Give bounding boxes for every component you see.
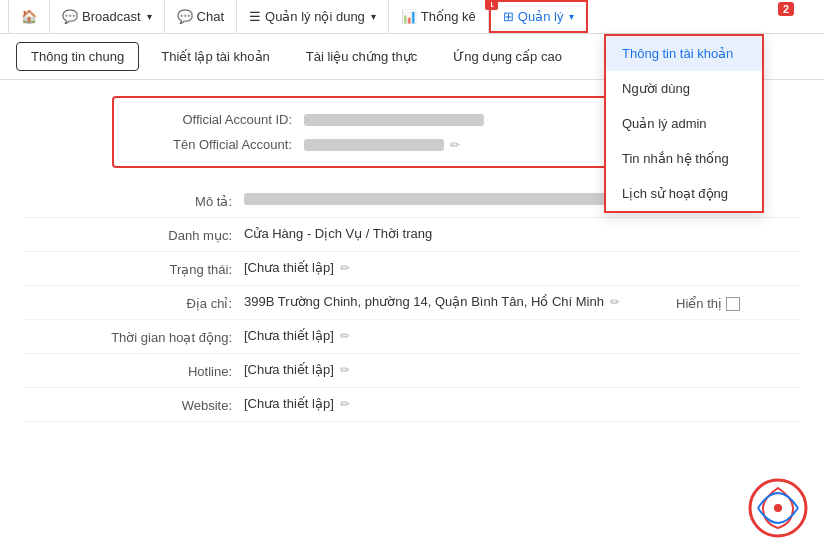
svg-point-1 [774, 504, 782, 512]
hotline-label: Hotline: [24, 362, 244, 379]
website-edit[interactable]: ✏ [340, 397, 350, 411]
trangthai-value: [Chưa thiết lập] ✏ [244, 260, 800, 275]
account-name-label: Tên Official Account: [134, 137, 304, 152]
dropdown-activity[interactable]: Lịch sử hoạt động [606, 176, 762, 211]
header: 🏠 💬 Broadcast ▾ 💬 Chat ☰ Quản lý nội dun… [0, 0, 824, 34]
account-id-blurred [304, 114, 484, 126]
manage-arrow: ▾ [569, 11, 574, 22]
detail-website: Website: [Chưa thiết lập] ✏ [24, 388, 800, 422]
danhmuc-value: Cửa Hàng - Dịch Vụ / Thời trang [244, 226, 800, 241]
detail-danhmuc: Danh mục: Cửa Hàng - Dịch Vụ / Thời tran… [24, 218, 800, 252]
stats-label: Thống kê [421, 9, 476, 24]
thoigian-label: Thời gian hoạt động: [24, 328, 244, 345]
content-menu[interactable]: ☰ Quản lý nội dung ▾ [237, 0, 389, 33]
thoigian-value: [Chưa thiết lập] ✏ [244, 328, 800, 343]
website-value: [Chưa thiết lập] ✏ [244, 396, 800, 411]
detail-diachi: Địa chỉ: 399B Trường Chinh, phường 14, Q… [24, 286, 800, 320]
account-name-blurred [304, 139, 444, 151]
broadcast-label: Broadcast [82, 9, 141, 24]
tab-account-setup[interactable]: Thiết lập tài khoản [147, 43, 284, 70]
account-id-label: Official Account ID: [134, 112, 304, 127]
detail-hotline: Hotline: [Chưa thiết lập] ✏ [24, 354, 800, 388]
manage-menu[interactable]: ⊞ Quản lý ▾ [489, 0, 589, 33]
thoigian-edit[interactable]: ✏ [340, 329, 350, 343]
watermark-logo [748, 478, 808, 538]
diachi-edit[interactable]: ✏ [610, 295, 620, 309]
account-id-value [304, 114, 484, 126]
danhmuc-label: Danh mục: [24, 226, 244, 243]
dropdown-system-msg[interactable]: Tin nhắn hệ thống [606, 141, 762, 176]
detail-trangthai: Trạng thái: [Chưa thiết lập] ✏ [24, 252, 800, 286]
tab-advanced-app[interactable]: Ứng dụng cấp cao [439, 43, 576, 70]
dropdown-admin[interactable]: Quản lý admin [606, 106, 762, 141]
header-badge-2: 2 [778, 2, 794, 16]
trangthai-edit[interactable]: ✏ [340, 261, 350, 275]
chat-icon: 💬 [177, 9, 193, 24]
home-icon: 🏠 [21, 9, 37, 24]
detail-thoigian: Thời gian hoạt động: [Chưa thiết lập] ✏ [24, 320, 800, 354]
trangthai-label: Trạng thái: [24, 260, 244, 277]
stats-icon: 📊 [401, 9, 417, 24]
account-name-value: ✏ [304, 138, 460, 152]
mota-label: Mô tả: [24, 192, 244, 209]
tab-general[interactable]: Thông tin chung [16, 42, 139, 71]
dropdown-users[interactable]: Người dùng [606, 71, 762, 106]
manage-dropdown: Thông tin tài khoản Người dùng Quản lý a… [604, 34, 764, 213]
hotline-value: [Chưa thiết lập] ✏ [244, 362, 800, 377]
stats-menu[interactable]: 📊 Thống kê 1 [389, 0, 489, 33]
broadcast-icon: 💬 [62, 9, 78, 24]
home-button[interactable]: 🏠 [8, 0, 50, 33]
hotline-edit[interactable]: ✏ [340, 363, 350, 377]
broadcast-arrow: ▾ [147, 11, 152, 22]
mota-blurred [244, 193, 624, 205]
content-arrow: ▾ [371, 11, 376, 22]
diachi-label: Địa chỉ: [24, 294, 244, 311]
content-label: Quản lý nội dung [265, 9, 365, 24]
hien-thi-label: Hiển thị [676, 296, 722, 311]
website-label: Website: [24, 396, 244, 413]
manage-icon: ⊞ [503, 9, 514, 24]
chat-menu[interactable]: 💬 Chat [165, 0, 237, 33]
dropdown-account-info[interactable]: Thông tin tài khoản [606, 36, 762, 71]
diachi-toggle: Hiển thị [676, 296, 740, 311]
account-name-edit[interactable]: ✏ [450, 138, 460, 152]
content-icon: ☰ [249, 9, 261, 24]
tab-auth-docs[interactable]: Tài liệu chứng thực [292, 43, 431, 70]
hien-thi-checkbox[interactable] [726, 297, 740, 311]
broadcast-menu[interactable]: 💬 Broadcast ▾ [50, 0, 165, 33]
manage-label: Quản lý [518, 9, 564, 24]
chat-label: Chat [197, 9, 224, 24]
